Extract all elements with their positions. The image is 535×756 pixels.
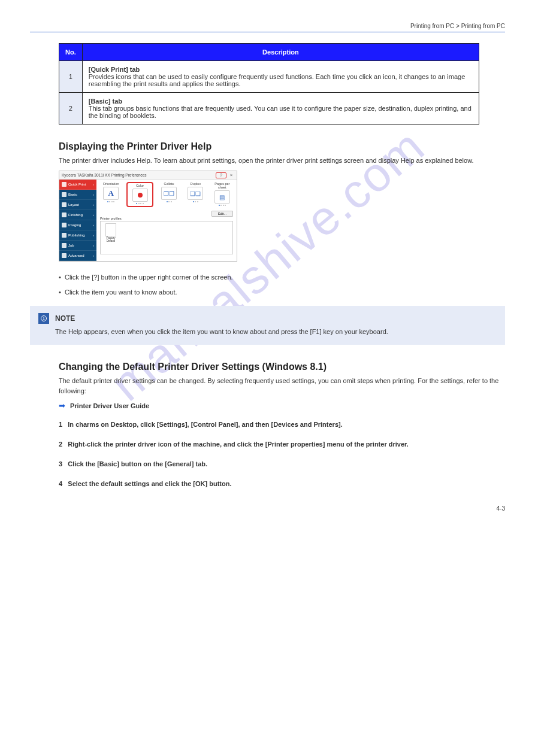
dialog-sidebar: Quick Print› Basic› Layout› Finishing› I… — [59, 180, 96, 261]
step-3: 3 Click the [Basic] button on the [Gener… — [59, 459, 505, 469]
advanced-icon — [62, 253, 67, 258]
option-color[interactable]: Color — [126, 182, 153, 207]
sidebar-item-advanced[interactable]: Advanced› — [59, 251, 96, 261]
step-2: 2 Right-click the printer driver icon of… — [59, 439, 505, 450]
option-orientation[interactable]: Orientation A — [100, 182, 122, 207]
edit-button[interactable]: Edit... — [211, 211, 233, 217]
basic-icon — [62, 192, 67, 197]
option-duplex[interactable]: Duplex ❏❏ — [185, 182, 206, 207]
description-table: No. Description 1 [Quick Print] tab Prov… — [59, 43, 479, 125]
sidebar-item-finishing[interactable]: Finishing› — [59, 210, 96, 220]
table-row: 1 [Quick Print] tab Provides icons that … — [59, 61, 479, 93]
finishing-icon — [62, 212, 67, 217]
header-breadcrumb: Printing from PC > Printing from PC — [30, 23, 505, 29]
th-desc: Description — [82, 44, 479, 61]
profiles-box: Factory Default — [100, 221, 233, 254]
sidebar-item-quickprint[interactable]: Quick Print› — [59, 180, 96, 190]
help-button[interactable]: ? — [216, 172, 226, 178]
layout-icon — [62, 202, 67, 207]
job-icon — [62, 243, 67, 248]
heading-change-defaults: Changing the Default Printer Driver Sett… — [59, 362, 505, 372]
profile-thumb-icon — [105, 223, 116, 236]
collate-icon: ❐❐ — [164, 190, 174, 197]
sidebar-item-job[interactable]: Job› — [59, 241, 96, 251]
imaging-icon — [62, 223, 67, 227]
row-desc: [Basic] tab This tab groups basic functi… — [82, 93, 479, 125]
option-pagespersheet[interactable]: Pages per sheet ▤ — [211, 182, 233, 207]
row-no: 2 — [59, 93, 83, 125]
note-box: NOTE The Help appears, even when you cli… — [30, 306, 505, 345]
bullet-2: • Click the item you want to know about. — [59, 287, 505, 297]
quickprint-icon — [62, 182, 67, 187]
note-icon — [38, 313, 49, 324]
step-4: 4 Select the default settings and click … — [59, 479, 505, 489]
orientation-a-icon: A — [108, 189, 114, 198]
row-desc: [Quick Print] tab Provides icons that ca… — [82, 61, 479, 93]
option-collate[interactable]: Collate ❐❐ — [158, 182, 180, 207]
body-help: The printer driver includes Help. To lea… — [59, 156, 505, 166]
page-number: 4-3 — [497, 505, 505, 512]
header-rule — [30, 32, 505, 32]
note-body: The Help appears, even when you click th… — [55, 327, 388, 338]
note-title: NOTE — [55, 313, 388, 324]
sidebar-item-publishing[interactable]: Publishing› — [59, 230, 96, 241]
body-change-defaults: The default printer driver settings can … — [59, 376, 505, 396]
printer-dialog-screenshot: Kyocera TASKalfa 3011i KX Printing Prefe… — [59, 171, 237, 262]
step-1: 1 In charms on Desktop, click [Settings]… — [59, 420, 505, 430]
pages-per-sheet-icon: ▤ — [219, 194, 225, 201]
color-circle-icon — [138, 193, 143, 198]
publishing-icon — [62, 233, 67, 238]
table-row: 2 [Basic] tab This tab groups basic func… — [59, 93, 479, 125]
duplex-icon: ❏❏ — [190, 190, 201, 197]
arrow-icon: ➡ — [59, 401, 65, 410]
row-no: 1 — [59, 61, 83, 93]
profiles-label: Printer profiles: — [100, 217, 233, 220]
reference-link: ➡ Printer Driver User Guide — [59, 401, 505, 410]
close-button[interactable]: × — [227, 173, 235, 177]
profile-item[interactable]: Factory Default — [102, 223, 119, 243]
bullet-1: • Click the [?] button in the upper righ… — [59, 272, 505, 283]
heading-help: Displaying the Printer Driver Help — [59, 141, 505, 152]
sidebar-item-basic[interactable]: Basic› — [59, 190, 96, 200]
dialog-title: Kyocera TASKalfa 3011i KX Printing Prefe… — [62, 173, 215, 177]
sidebar-item-layout[interactable]: Layout› — [59, 200, 96, 210]
sidebar-item-imaging[interactable]: Imaging› — [59, 220, 96, 230]
th-no: No. — [59, 44, 83, 61]
